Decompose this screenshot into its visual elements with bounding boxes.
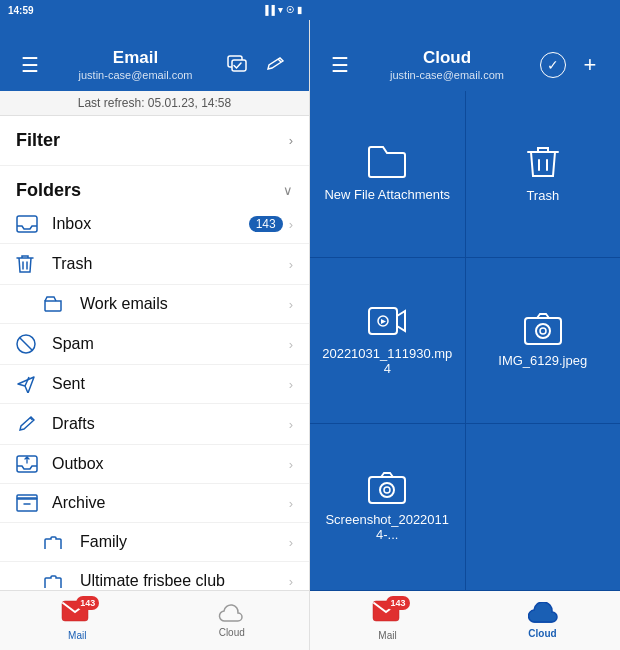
right-bottom-nav: 143 Mail Cloud — [310, 590, 620, 650]
svg-rect-10 — [525, 318, 561, 344]
ultimate-frisbee-chevron: › — [289, 574, 293, 589]
right-cloud-icon — [528, 602, 558, 626]
folder-item-archive[interactable]: Archive › — [0, 484, 309, 523]
left-mail-label: Mail — [68, 630, 86, 641]
cloud-title: Cloud — [423, 48, 471, 68]
trash-icon — [16, 254, 40, 274]
cloud-grid: New File Attachments Trash — [310, 91, 620, 590]
svg-point-15 — [384, 487, 390, 493]
compose-icon[interactable] — [265, 55, 293, 75]
spam-icon — [16, 334, 40, 354]
cloud-cell-empty — [466, 424, 621, 590]
folder-item-inbox[interactable]: Inbox 143 › — [0, 205, 309, 244]
add-icon[interactable]: + — [576, 52, 604, 78]
menu-icon[interactable]: ☰ — [16, 53, 44, 77]
folder-item-drafts[interactable]: Drafts › — [0, 404, 309, 445]
svg-point-12 — [540, 328, 546, 334]
right-mail-label: Mail — [378, 630, 396, 641]
folder-item-family[interactable]: Family › — [0, 523, 309, 562]
folders-title: Folders — [16, 180, 81, 201]
inbox-icon — [16, 215, 40, 233]
right-cloud-label: Cloud — [528, 628, 556, 639]
drafts-label: Drafts — [52, 415, 289, 433]
right-nav-mail[interactable]: 143 Mail — [310, 600, 465, 641]
left-status-bar: 14:59 ▐▐ ▾ ☉ ▮ — [0, 0, 310, 20]
header-center: Email justin-case@email.com — [79, 48, 193, 81]
filter-chevron: › — [289, 133, 293, 148]
left-time: 14:59 — [8, 5, 34, 16]
outbox-icon — [16, 455, 40, 473]
cloud-cell-new-file-attachments[interactable]: New File Attachments — [310, 91, 465, 257]
family-icon — [44, 534, 68, 550]
multiselect-icon[interactable] — [227, 55, 255, 75]
right-nav-cloud[interactable]: Cloud — [465, 602, 620, 639]
folders-chevron: ∨ — [283, 183, 293, 198]
left-content: Filter › Folders ∨ Inbox 143 › — [0, 116, 309, 590]
folder-item-work-emails[interactable]: Work emails › — [0, 285, 309, 324]
cloud-cell-screenshot[interactable]: Screenshot_20220114-... — [310, 424, 465, 590]
spam-chevron: › — [289, 337, 293, 352]
drafts-chevron: › — [289, 417, 293, 432]
left-nav-mail[interactable]: 143 Mail — [0, 600, 155, 641]
trash-cloud-label: Trash — [526, 188, 559, 203]
left-status-icons: ▐▐ ▾ ☉ ▮ — [262, 5, 302, 15]
refresh-text: Last refresh: 05.01.23, 14:58 — [78, 96, 231, 110]
folder-item-outbox[interactable]: Outbox › — [0, 445, 309, 484]
video-icon — [367, 304, 407, 338]
left-header: ☰ Email justin-case@email.com — [0, 20, 309, 91]
mail-badge: 143 — [76, 596, 99, 610]
folder-item-ultimate-frisbee[interactable]: Ultimate frisbee club › — [0, 562, 309, 590]
video-label: 20221031_111930.mp4 — [322, 346, 453, 376]
spam-label: Spam — [52, 335, 289, 353]
outbox-label: Outbox — [52, 455, 289, 473]
cloud-cell-img[interactable]: IMG_6129.jpeg — [466, 258, 621, 424]
right-header: ☰ Cloud justin-case@email.com ✓ + — [310, 20, 620, 91]
cloud-cell-video[interactable]: 20221031_111930.mp4 — [310, 258, 465, 424]
sent-chevron: › — [289, 377, 293, 392]
sent-label: Sent — [52, 375, 289, 393]
right-mail-icon-wrap: 143 — [372, 600, 404, 628]
folder-cloud-icon — [367, 145, 407, 179]
folders-section-header[interactable]: Folders ∨ — [0, 166, 309, 205]
inbox-label: Inbox — [52, 215, 249, 233]
filter-title: Filter — [16, 130, 60, 151]
sent-icon — [16, 375, 40, 393]
right-panel: 14:59 ▐▐ ▾ ☉ ▮ ☰ Cloud justin-case@email… — [310, 0, 620, 650]
outbox-chevron: › — [289, 457, 293, 472]
filter-section[interactable]: Filter › — [0, 116, 309, 166]
mail-icon-wrap: 143 — [61, 600, 93, 628]
work-emails-chevron: › — [289, 297, 293, 312]
email-title: Email — [113, 48, 158, 68]
new-file-attachments-label: New File Attachments — [324, 187, 450, 202]
check-icon[interactable]: ✓ — [540, 52, 566, 78]
trash-cloud-icon — [526, 144, 560, 180]
left-cloud-label: Cloud — [219, 627, 245, 638]
refresh-bar: Last refresh: 05.01.23, 14:58 — [0, 91, 309, 116]
svg-point-11 — [536, 324, 550, 338]
work-emails-icon — [44, 296, 68, 312]
folder-item-spam[interactable]: Spam › — [0, 324, 309, 365]
ultimate-frisbee-icon — [44, 573, 68, 589]
right-header-center: Cloud justin-case@email.com — [390, 48, 504, 81]
left-nav-cloud[interactable]: Cloud — [155, 603, 310, 638]
inbox-chevron: › — [289, 217, 293, 232]
cloud-subtitle: justin-case@email.com — [390, 69, 504, 81]
screenshot-label: Screenshot_20220114-... — [322, 512, 453, 542]
camera-screenshot-icon — [368, 472, 406, 504]
folder-item-trash[interactable]: Trash › — [0, 244, 309, 285]
svg-point-14 — [380, 483, 394, 497]
family-chevron: › — [289, 535, 293, 550]
work-emails-label: Work emails — [80, 295, 289, 313]
svg-rect-13 — [369, 477, 405, 503]
email-subtitle: justin-case@email.com — [79, 69, 193, 81]
right-mail-badge: 143 — [386, 596, 409, 610]
drafts-icon — [16, 414, 40, 434]
cloud-cell-trash[interactable]: Trash — [466, 91, 621, 257]
folder-item-sent[interactable]: Sent › — [0, 365, 309, 404]
camera-img-icon — [524, 313, 562, 345]
archive-label: Archive — [52, 494, 289, 512]
right-menu-icon[interactable]: ☰ — [326, 53, 354, 77]
family-label: Family — [80, 533, 289, 551]
archive-icon — [16, 494, 40, 512]
svg-rect-6 — [17, 495, 37, 499]
